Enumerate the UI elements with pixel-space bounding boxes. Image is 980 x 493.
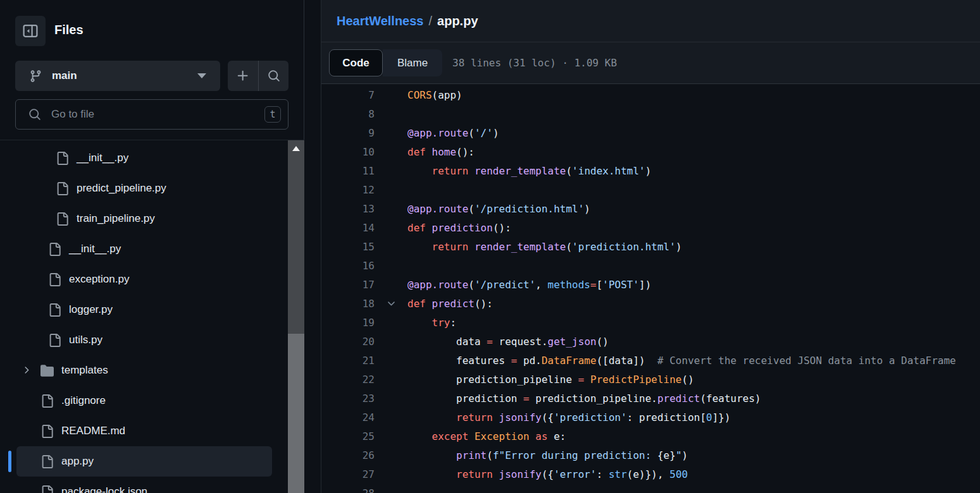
code-area: 7CORS(app)89@app.route('/')10def home():… <box>321 85 980 493</box>
fold-chevron-down-icon[interactable] <box>375 298 407 309</box>
file-icon <box>40 485 54 493</box>
selected-accent-bar <box>8 451 11 472</box>
line-number[interactable]: 17 <box>321 279 375 291</box>
file-meta: 38 lines (31 loc) · 1.09 KB <box>452 57 617 69</box>
code-text: def predict(): <box>407 298 493 310</box>
go-to-file-input[interactable] <box>15 99 288 130</box>
line-number[interactable]: 28 <box>321 487 375 493</box>
file-icon <box>56 212 69 226</box>
files-panel-title: Files <box>54 23 84 37</box>
line-number[interactable]: 19 <box>321 317 375 329</box>
line-number[interactable]: 8 <box>321 108 375 120</box>
branch-selector-button[interactable]: main <box>15 61 220 91</box>
git-branch-icon <box>29 70 42 83</box>
tree-item-logger-py[interactable]: logger.py <box>16 295 272 325</box>
tree-item-label: __init__.py <box>69 243 121 255</box>
line-number[interactable]: 15 <box>321 241 375 253</box>
line-number[interactable]: 23 <box>321 393 375 405</box>
tree-item-readme-md[interactable]: README.md <box>16 416 272 446</box>
line-number[interactable]: 9 <box>321 127 375 139</box>
file-icon <box>48 273 61 286</box>
sidebar-scrollbar[interactable] <box>288 140 304 493</box>
line-number[interactable]: 16 <box>321 260 375 272</box>
code-line: 23 prediction = prediction_pipeline.pred… <box>321 389 980 408</box>
line-number[interactable]: 25 <box>321 430 375 442</box>
tree-item-app-py[interactable]: app.py <box>16 446 272 477</box>
code-text: prediction_pipeline = PredictPipeline() <box>407 374 694 386</box>
repo-link[interactable]: HeartWellness <box>337 14 423 28</box>
file-name: app.py <box>437 14 478 28</box>
code-text: return render_template('index.html') <box>407 165 651 177</box>
code-text: return render_template('prediction.html'… <box>407 241 682 253</box>
tree-item-label: train_pipeline.py <box>77 212 155 225</box>
tree-item-train-pipeline-py[interactable]: train_pipeline.py <box>16 204 272 234</box>
code-line: 10def home(): <box>321 142 980 161</box>
code-line: 17@app.route('/predict', methods=['POST'… <box>321 275 980 294</box>
line-number[interactable]: 10 <box>321 146 375 158</box>
tab-code[interactable]: Code <box>329 49 383 76</box>
code-line: 20 data = request.get_json() <box>321 332 980 351</box>
tree-item--gitignore[interactable]: .gitignore <box>16 386 272 416</box>
tree-item--init-py[interactable]: __init__.py <box>16 143 272 173</box>
code-text: @app.route('/prediction.html') <box>407 203 590 215</box>
breadcrumb-separator: / <box>428 14 432 28</box>
search-tree-button[interactable] <box>258 61 288 91</box>
tree-actions <box>228 61 288 91</box>
file-icon <box>56 182 69 195</box>
code-line: 7CORS(app) <box>321 85 980 104</box>
file-icon <box>40 455 54 468</box>
tree-item-exception-py[interactable]: exception.py <box>16 264 272 295</box>
line-number[interactable]: 26 <box>321 449 375 461</box>
files-sidebar: Files main <box>0 0 304 493</box>
plus-icon <box>236 69 250 83</box>
tree-item--init-py[interactable]: __init__.py <box>16 234 272 264</box>
code-blame-switcher: Code Blame 38 lines (31 loc) · 1.09 KB <box>321 42 980 83</box>
code-text: @app.route('/predict', methods=['POST']) <box>407 279 651 291</box>
tree-item-label: templates <box>61 364 108 377</box>
line-number[interactable]: 14 <box>321 222 375 234</box>
scrollbar-thumb[interactable] <box>288 334 304 493</box>
line-number[interactable]: 12 <box>321 184 375 196</box>
tab-blame[interactable]: Blame <box>383 49 442 76</box>
code-line: 13@app.route('/prediction.html') <box>321 199 980 218</box>
code-text: return jsonify({'prediction': prediction… <box>407 411 731 423</box>
tree-item-templates[interactable]: templates <box>16 355 272 386</box>
folder-icon <box>40 364 54 377</box>
code-line: 27 return jsonify({'error': str(e)}), 50… <box>321 465 980 484</box>
code-line: 14def prediction(): <box>321 218 980 237</box>
tree-item-utils-py[interactable]: utils.py <box>16 325 272 355</box>
code-line: 18def predict(): <box>321 294 980 313</box>
line-number[interactable]: 22 <box>321 374 375 386</box>
tree-item-package-lock-json[interactable]: package-lock.json <box>16 477 272 493</box>
chevron-right-icon[interactable] <box>21 365 32 375</box>
line-number[interactable]: 27 <box>321 468 375 480</box>
tree-item-label: utils.py <box>69 334 102 346</box>
tree-item-label: .gitignore <box>61 394 106 407</box>
code-line: 16 <box>321 256 980 275</box>
code-panel: HeartWellness / app.py Code Blame 38 lin… <box>321 0 980 493</box>
line-number[interactable]: 20 <box>321 336 375 348</box>
file-icon <box>40 425 54 438</box>
line-number[interactable]: 11 <box>321 165 375 177</box>
line-number[interactable]: 7 <box>321 89 375 101</box>
add-file-button[interactable] <box>228 61 258 91</box>
code-panel-header: HeartWellness / app.py Code Blame 38 lin… <box>321 0 980 84</box>
tree-item-label: app.py <box>61 455 94 468</box>
code-line: 28 <box>321 484 980 493</box>
code-line: 22 prediction_pipeline = PredictPipeline… <box>321 370 980 389</box>
github-code-view: Files main <box>0 0 980 493</box>
collapse-sidebar-button[interactable] <box>15 16 46 46</box>
code-line: 19 try: <box>321 313 980 332</box>
tree-item-label: README.md <box>61 425 125 437</box>
line-number[interactable]: 24 <box>321 411 375 423</box>
code-text: features = pd.DataFrame([data]) # Conver… <box>407 355 956 367</box>
code-text: data = request.get_json() <box>407 336 609 348</box>
line-number[interactable]: 21 <box>321 355 375 367</box>
file-icon <box>56 152 69 165</box>
tree-item-predict-pipeline-py[interactable]: predict_pipeline.py <box>16 173 272 204</box>
scroll-up-arrow-icon[interactable] <box>292 146 300 151</box>
code-text: def home(): <box>407 146 474 158</box>
line-number[interactable]: 18 <box>321 298 375 310</box>
line-number[interactable]: 13 <box>321 203 375 215</box>
sidebar-collapse-icon <box>22 23 39 39</box>
